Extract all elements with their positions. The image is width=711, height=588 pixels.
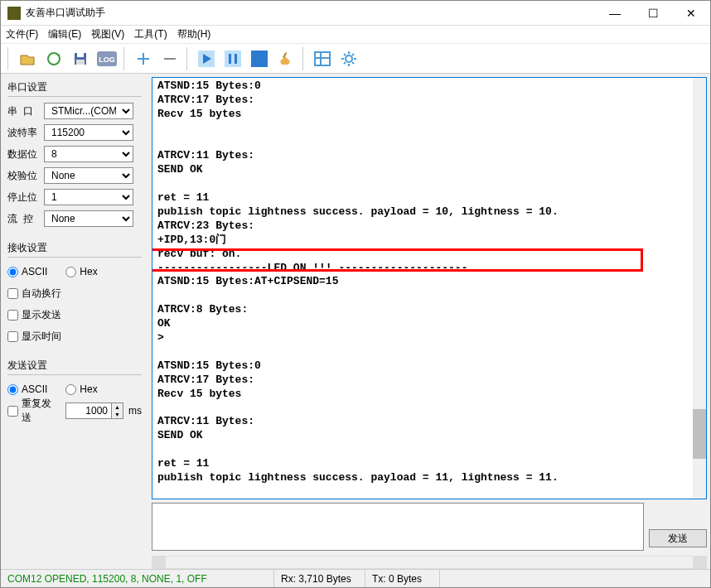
- window-icon[interactable]: [311, 47, 334, 70]
- menu-file[interactable]: 文件(F): [6, 27, 38, 41]
- menu-tools[interactable]: 工具(T): [134, 27, 167, 41]
- log-text: ATSND:15 Bytes:0 ATRCV:17 Bytes: Recv 15…: [157, 80, 559, 484]
- svg-point-0: [48, 53, 60, 65]
- scrollbar-thumb[interactable]: [693, 409, 706, 459]
- repeat-value-input[interactable]: [66, 403, 111, 418]
- svg-rect-6: [164, 58, 176, 60]
- clear-icon[interactable]: [274, 47, 297, 70]
- right-pane: ATSND:15 Bytes:0 ATRCV:17 Bytes: Recv 15…: [148, 74, 710, 569]
- flow-select[interactable]: None: [44, 210, 133, 227]
- status-tx: Tx: 0 Bytes: [365, 570, 440, 587]
- scroll-left-icon[interactable]: [152, 557, 166, 568]
- maximize-button[interactable]: ☐: [634, 1, 672, 26]
- log-icon[interactable]: LOG: [95, 47, 118, 70]
- databits-label: 数据位: [7, 147, 39, 161]
- send-hex-radio[interactable]: Hex: [65, 383, 97, 395]
- settings-icon[interactable]: [337, 47, 360, 70]
- recv-settings-group: 接收设置 ASCII Hex 自动换行 显示发送 显示时间: [7, 239, 142, 349]
- showtime-checkbox[interactable]: 显示时间: [7, 330, 61, 344]
- status-connection: COM12 OPENED, 115200, 8, NONE, 1, OFF: [1, 570, 274, 587]
- svg-rect-2: [77, 53, 84, 57]
- menu-help[interactable]: 帮助(H): [177, 27, 211, 41]
- window-title: 友善串口调试助手: [26, 6, 596, 20]
- parity-select[interactable]: None: [44, 167, 133, 184]
- send-input[interactable]: [152, 503, 644, 551]
- svg-line-21: [344, 54, 346, 55]
- separator: [302, 47, 306, 70]
- send-settings-title: 发送设置: [7, 357, 142, 375]
- svg-line-24: [352, 54, 354, 55]
- flow-label: 流 控: [7, 212, 39, 226]
- port-select[interactable]: STMicr...(COM12: [44, 103, 133, 119]
- svg-rect-3: [76, 60, 85, 65]
- autowrap-checkbox[interactable]: 自动换行: [7, 287, 61, 301]
- svg-rect-8: [225, 51, 241, 67]
- repeat-interval-spinner[interactable]: ▲▼: [65, 402, 123, 419]
- spin-down-icon[interactable]: ▼: [111, 411, 123, 418]
- toolbar: LOG: [1, 44, 710, 74]
- open-icon[interactable]: [16, 47, 39, 70]
- baud-label: 波特率: [7, 126, 39, 140]
- window-controls: — ☐ ✕: [596, 1, 710, 26]
- send-row: 发送: [152, 503, 707, 551]
- menubar: 文件(F) 编辑(E) 视图(V) 工具(T) 帮助(H): [1, 26, 710, 44]
- play-icon[interactable]: [195, 47, 218, 70]
- horizontal-scrollbar[interactable]: [152, 556, 707, 569]
- save-icon[interactable]: [69, 47, 92, 70]
- separator: [7, 47, 11, 70]
- sidebar: 串口设置 串 口STMicr...(COM12 波特率115200 数据位8 校…: [1, 74, 148, 569]
- vertical-scrollbar[interactable]: [693, 78, 706, 499]
- add-icon[interactable]: [132, 47, 155, 70]
- svg-line-23: [344, 62, 346, 64]
- stopbits-select[interactable]: 1: [44, 189, 133, 205]
- svg-text:LOG: LOG: [99, 55, 115, 64]
- titlebar: 友善串口调试助手 — ☐ ✕: [1, 1, 710, 26]
- svg-rect-15: [315, 57, 330, 59]
- baud-select[interactable]: 115200: [44, 124, 133, 141]
- status-spacer: [440, 570, 710, 587]
- svg-line-22: [352, 62, 354, 64]
- showsend-checkbox[interactable]: 显示发送: [7, 308, 61, 322]
- remove-icon[interactable]: [158, 47, 181, 70]
- menu-edit[interactable]: 编辑(E): [48, 27, 81, 41]
- repeat-checkbox[interactable]: 重复发送: [7, 397, 60, 425]
- stopbits-label: 停止位: [7, 190, 39, 205]
- minimize-button[interactable]: —: [596, 1, 634, 26]
- menu-view[interactable]: 视图(V): [91, 27, 124, 41]
- databits-select[interactable]: 8: [44, 146, 133, 162]
- svg-rect-9: [229, 54, 231, 64]
- scroll-right-icon[interactable]: [693, 557, 706, 568]
- refresh-icon[interactable]: [42, 47, 65, 70]
- port-settings-group: 串口设置 串 口STMicr...(COM12 波特率115200 数据位8 校…: [7, 79, 142, 231]
- recv-hex-radio[interactable]: Hex: [65, 266, 97, 277]
- close-button[interactable]: ✕: [672, 1, 710, 26]
- recv-settings-title: 接收设置: [7, 239, 142, 258]
- svg-point-16: [346, 55, 352, 62]
- svg-rect-10: [235, 54, 237, 64]
- parity-label: 校验位: [7, 169, 39, 183]
- statusbar: COM12 OPENED, 115200, 8, NONE, 1, OFF Rx…: [1, 569, 710, 587]
- port-label: 串 口: [7, 104, 39, 118]
- port-settings-title: 串口设置: [7, 79, 142, 97]
- separator: [186, 47, 190, 70]
- send-settings-group: 发送设置 ASCII Hex 重复发送 ▲▼ ms: [7, 357, 142, 423]
- send-ascii-radio[interactable]: ASCII: [7, 383, 47, 395]
- pause-icon[interactable]: [221, 47, 244, 70]
- separator: [123, 47, 127, 70]
- status-rx: Rx: 3,710 Bytes: [274, 570, 365, 587]
- svg-rect-11: [251, 51, 268, 67]
- receive-log[interactable]: ATSND:15 Bytes:0 ATRCV:17 Bytes: Recv 15…: [152, 77, 707, 499]
- main-area: 串口设置 串 口STMicr...(COM12 波特率115200 数据位8 校…: [1, 74, 710, 569]
- send-button[interactable]: 发送: [649, 529, 707, 547]
- recv-ascii-radio[interactable]: ASCII: [7, 266, 47, 277]
- app-icon: [7, 7, 21, 20]
- spin-up-icon[interactable]: ▲: [111, 403, 123, 411]
- stop-icon[interactable]: [248, 47, 271, 70]
- repeat-unit: ms: [128, 405, 142, 417]
